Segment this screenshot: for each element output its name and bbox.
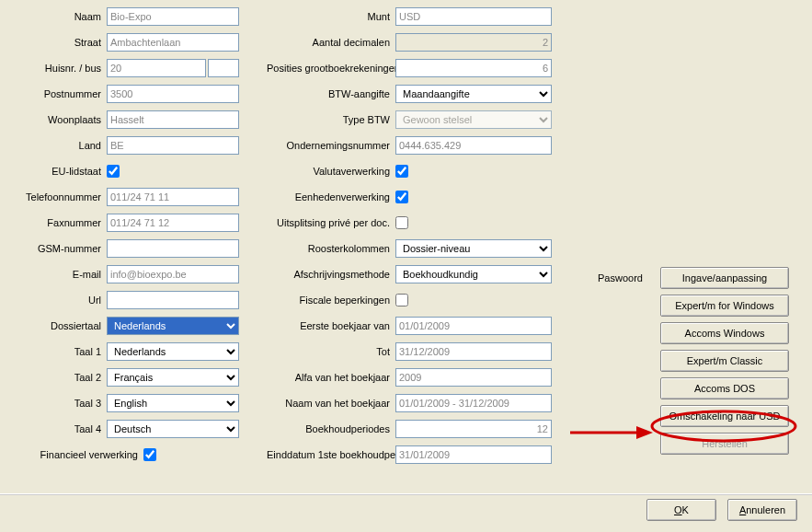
label-woonplaats: Woonplaats	[0, 114, 107, 125]
woonplaats-input[interactable]	[107, 110, 239, 129]
label-munt: Munt	[267, 11, 395, 22]
label-alfa: Alfa van het boekjaar	[267, 372, 395, 383]
ok-button-label-rest: K	[682, 504, 689, 515]
taal3-select[interactable]: English	[107, 394, 239, 412]
bottom-buttons: OK Annuleren	[646, 499, 797, 521]
label-periodes: Boekhoudperiodes	[267, 423, 395, 434]
label-eerste: Eerste boekjaar van	[267, 320, 395, 331]
ondnr-input[interactable]	[395, 136, 552, 155]
fax-input[interactable]	[107, 214, 239, 232]
annotation-arrow	[570, 423, 653, 442]
gsm-input[interactable]	[107, 239, 239, 258]
separator	[0, 493, 812, 495]
eenheden-checkbox[interactable]	[395, 191, 408, 203]
straat-input[interactable]	[107, 33, 239, 52]
label-prive: Uitsplitsing privé per doc.	[267, 217, 395, 228]
label-telefoon: Telefoonnummer	[0, 191, 107, 202]
label-valuta: Valutaverwerking	[267, 166, 395, 177]
label-email: E-mail	[0, 269, 107, 280]
eu-checkbox[interactable]	[107, 165, 120, 178]
btwaangifte-select[interactable]: Maandaangifte	[395, 85, 552, 103]
annuleren-button-label-rest: nnuleren	[746, 504, 785, 515]
label-postnummer: Postnummer	[0, 88, 107, 99]
label-huisnr: Huisnr. / bus	[0, 63, 107, 74]
label-einddatum: Einddatum 1ste boekhoudper.	[267, 449, 395, 460]
label-finver: Financieel verwerking	[0, 449, 143, 460]
label-eu: EU-lidstaat	[0, 166, 107, 177]
label-afschrijving: Afschrijvingsmethode	[267, 269, 395, 280]
label-decimalen: Aantal decimalen	[267, 37, 395, 48]
label-fax: Faxnummer	[0, 217, 107, 228]
periodes-input[interactable]	[395, 420, 552, 438]
label-fiscale: Fiscale beperkingen	[267, 295, 395, 306]
taal2-select[interactable]: Français	[107, 368, 239, 387]
huisnr-input[interactable]	[107, 59, 206, 77]
omschakeling-button[interactable]: Omschakeling naar USD	[660, 405, 789, 427]
prive-checkbox[interactable]	[395, 216, 408, 229]
posities-input[interactable]	[395, 59, 552, 77]
email-input[interactable]	[107, 265, 239, 283]
label-eenheden: Eenhedenverwerking	[267, 191, 395, 202]
svg-marker-2	[636, 426, 653, 439]
dossiertaal-select[interactable]: Nederlands	[107, 317, 239, 335]
telefoon-input[interactable]	[107, 188, 239, 206]
label-gsm: GSM-nummer	[0, 243, 107, 254]
finver-checkbox[interactable]	[143, 448, 156, 461]
label-dossiertaal: Dossiertaal	[0, 320, 107, 331]
label-naambj: Naam van het boekjaar	[267, 398, 395, 409]
valuta-checkbox[interactable]	[395, 165, 408, 178]
label-url: Url	[0, 295, 107, 306]
postnummer-input[interactable]	[107, 85, 239, 103]
naambj-input[interactable]	[395, 394, 552, 412]
label-taal1: Taal 1	[0, 346, 107, 357]
label-btwaangifte: BTW-aangifte	[267, 88, 395, 99]
typebtw-select: Gewoon stelsel	[395, 110, 552, 129]
label-taal4: Taal 4	[0, 423, 107, 434]
ok-button[interactable]: OK	[646, 499, 716, 521]
ingave-button[interactable]: Ingave/aanpassing	[660, 267, 789, 289]
herstellen-button: Herstellen	[660, 433, 789, 455]
accomsdos-button[interactable]: Accoms DOS	[660, 377, 789, 399]
annuleren-button[interactable]: Annuleren	[727, 499, 797, 521]
label-taal2: Taal 2	[0, 372, 107, 383]
label-land: Land	[0, 140, 107, 151]
label-ondnr: Ondernemingsnummer	[267, 140, 395, 151]
alfa-input[interactable]	[395, 368, 552, 387]
land-input[interactable]	[107, 136, 239, 155]
label-rooster: Roosterkolommen	[267, 243, 395, 254]
bus-input[interactable]	[208, 59, 239, 77]
label-straat: Straat	[0, 37, 107, 48]
afschrijving-select[interactable]: Boekhoudkundig	[395, 265, 552, 283]
tot-input[interactable]	[395, 342, 552, 361]
expertmclassic-button[interactable]: Expert/m Classic	[660, 350, 789, 372]
url-input[interactable]	[107, 291, 239, 309]
naam-input[interactable]	[107, 7, 239, 26]
right-buttons: Ingave/aanpassing Expert/m for Windows A…	[660, 267, 789, 455]
label-typebtw: Type BTW	[267, 114, 395, 125]
taal1-select[interactable]: Nederlands	[107, 342, 239, 361]
taal4-select[interactable]: Deutsch	[107, 420, 239, 438]
label-taal3: Taal 3	[0, 398, 107, 409]
label-naam: Naam	[0, 11, 107, 22]
munt-input[interactable]	[395, 7, 552, 26]
form-area: Naam Straat Huisnr. / bus Postnummer Woo…	[0, 0, 812, 479]
decimalen-input	[395, 33, 552, 52]
eerste-input[interactable]	[395, 317, 552, 335]
accomswin-button[interactable]: Accoms Windows	[660, 322, 789, 344]
label-paswoord: Paswoord	[598, 272, 643, 283]
expertmwin-button[interactable]: Expert/m for Windows	[660, 295, 789, 317]
label-tot: Tot	[267, 346, 395, 357]
einddatum-input[interactable]	[395, 445, 552, 464]
rooster-select[interactable]: Dossier-niveau	[395, 239, 552, 258]
label-posities: Posities grootboekrekeningen	[267, 63, 395, 74]
fiscale-checkbox[interactable]	[395, 294, 408, 306]
